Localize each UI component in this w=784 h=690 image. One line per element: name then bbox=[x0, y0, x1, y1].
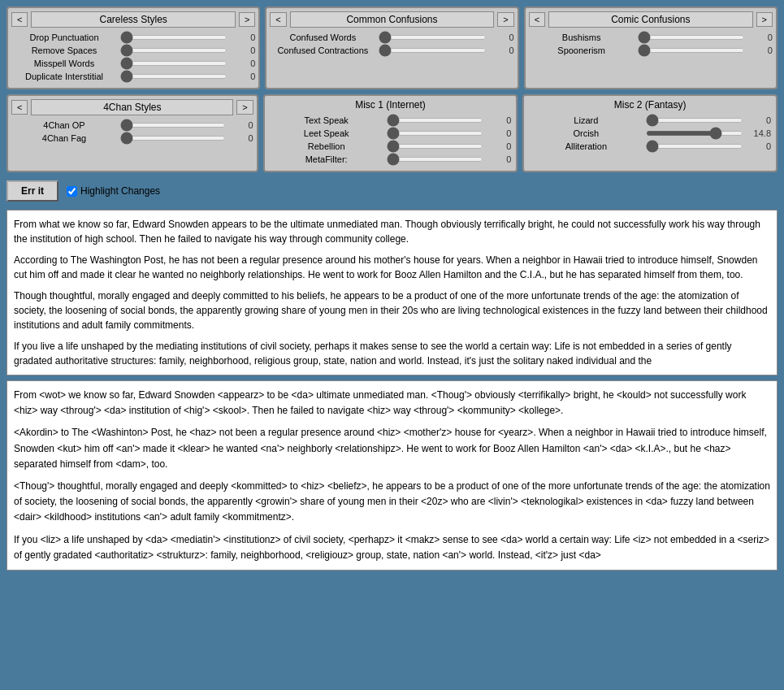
err-it-button[interactable]: Err it bbox=[6, 180, 58, 202]
highlight-changes-label: Highlight Changes bbox=[80, 185, 160, 197]
remove-spaces-slider[interactable] bbox=[120, 48, 227, 53]
result-text-area[interactable]: From <wot> we know so far, Edward Snowde… bbox=[6, 380, 778, 571]
common-confusions-header: < Common Confusions > bbox=[270, 11, 513, 28]
result-p1: From <wot> we know so far, Edward Snowde… bbox=[14, 388, 770, 419]
metafilter-row: MetaFilter: 0 bbox=[270, 154, 512, 164]
4chan-styles-prev-btn[interactable]: < bbox=[11, 100, 28, 115]
4chan-styles-panel: < 4Chan Styles > 4Chan OP 0 4Chan Fag 0 bbox=[6, 94, 258, 172]
metafilter-label: MetaFilter: bbox=[270, 154, 383, 164]
misc2-panel: Misc 2 (Fantasy) Lizard 0 Orcish 14.8 Al… bbox=[522, 94, 778, 172]
bushisms-row: Bushisms 0 bbox=[529, 33, 773, 42]
leet-speak-slider[interactable] bbox=[387, 131, 484, 136]
remove-spaces-value: 0 bbox=[231, 46, 255, 55]
confused-words-label: Confused Words bbox=[270, 33, 375, 42]
original-text-area[interactable]: From what we know so far, Edward Snowden… bbox=[6, 210, 778, 375]
original-p1: From what we know so far, Edward Snowden… bbox=[14, 217, 770, 246]
metafilter-slider[interactable] bbox=[387, 157, 484, 162]
comic-confusions-prev-btn[interactable]: < bbox=[529, 12, 545, 27]
original-p3: Though thoughtful, morally engaged and d… bbox=[14, 289, 770, 332]
spoonerism-slider[interactable] bbox=[638, 48, 745, 53]
comic-confusions-next-btn[interactable]: > bbox=[756, 12, 773, 27]
confused-contractions-value: 0 bbox=[490, 46, 514, 55]
highlight-changes-container: Highlight Changes bbox=[67, 185, 160, 197]
duplicate-interstitial-value: 0 bbox=[231, 72, 255, 81]
result-p3: <Thoug'> thoughtful, morally engaged and… bbox=[14, 479, 770, 526]
4chan-styles-header: < 4Chan Styles > bbox=[11, 99, 253, 115]
remove-spaces-label: Remove Spaces bbox=[11, 46, 117, 55]
common-confusions-title: Common Confusions bbox=[290, 11, 494, 28]
bushisms-label: Bushisms bbox=[529, 33, 635, 42]
leet-speak-value: 0 bbox=[487, 128, 511, 138]
orcish-value: 14.8 bbox=[747, 128, 771, 138]
common-confusions-panel: < Common Confusions > Confused Words 0 C… bbox=[265, 7, 518, 89]
text-speak-label: Text Speak bbox=[270, 115, 383, 125]
4chan-fag-slider[interactable] bbox=[120, 136, 226, 141]
4chan-styles-title: 4Chan Styles bbox=[31, 99, 233, 115]
leet-speak-row: Leet Speak 0 bbox=[270, 128, 512, 138]
4chan-fag-value: 0 bbox=[229, 133, 253, 143]
careless-styles-next-btn[interactable]: > bbox=[239, 12, 255, 27]
careless-styles-header: < Careless Styles > bbox=[11, 11, 255, 28]
misspell-words-row: Misspell Words 0 bbox=[11, 59, 255, 68]
rebellion-value: 0 bbox=[487, 141, 511, 151]
drop-punctuation-row: Drop Punctuation 0 bbox=[11, 33, 255, 42]
careless-styles-title: Careless Styles bbox=[31, 11, 235, 28]
4chan-fag-row: 4Chan Fag 0 bbox=[11, 133, 253, 143]
misspell-words-slider[interactable] bbox=[120, 61, 227, 66]
lizard-row: Lizard 0 bbox=[529, 115, 771, 125]
original-p2: According to The Washington Post, he has… bbox=[14, 253, 770, 282]
confused-words-slider[interactable] bbox=[379, 35, 486, 40]
careless-styles-prev-btn[interactable]: < bbox=[11, 12, 28, 27]
toolbar: Err it Highlight Changes bbox=[6, 177, 778, 205]
4chan-op-slider[interactable] bbox=[120, 123, 226, 128]
common-confusions-next-btn[interactable]: > bbox=[497, 12, 513, 27]
confused-contractions-label: Confused Contractions bbox=[270, 46, 375, 55]
4chan-styles-next-btn[interactable]: > bbox=[236, 100, 253, 115]
remove-spaces-row: Remove Spaces 0 bbox=[11, 46, 255, 55]
alliteration-row: Alliteration 0 bbox=[529, 141, 771, 151]
spoonerism-row: Spoonerism 0 bbox=[529, 46, 773, 55]
confused-contractions-slider[interactable] bbox=[379, 48, 486, 53]
orcish-label: Orcish bbox=[529, 128, 643, 138]
highlight-changes-checkbox[interactable] bbox=[67, 186, 77, 197]
duplicate-interstitial-row: Duplicate Interstitial 0 bbox=[11, 72, 255, 81]
4chan-op-label: 4Chan OP bbox=[11, 120, 117, 130]
misc2-title: Misc 2 (Fantasy) bbox=[529, 99, 771, 111]
confused-contractions-row: Confused Contractions 0 bbox=[270, 46, 513, 55]
text-speak-slider[interactable] bbox=[387, 118, 484, 123]
result-p2: <Akordin> to The <Washinton> Post, he <h… bbox=[14, 425, 770, 472]
lizard-slider[interactable] bbox=[646, 118, 743, 123]
spoonerism-value: 0 bbox=[748, 46, 773, 55]
confused-words-value: 0 bbox=[490, 33, 514, 42]
original-p4: If you live a life unshaped by the media… bbox=[14, 339, 770, 368]
metafilter-value: 0 bbox=[487, 154, 511, 164]
common-confusions-prev-btn[interactable]: < bbox=[270, 12, 286, 27]
misc1-panel: Misc 1 (Internet) Text Speak 0 Leet Spea… bbox=[263, 94, 518, 172]
bushisms-value: 0 bbox=[748, 33, 773, 42]
comic-confusions-title: Comic Confusions bbox=[548, 11, 752, 28]
4chan-fag-label: 4Chan Fag bbox=[11, 133, 117, 143]
alliteration-value: 0 bbox=[747, 141, 771, 151]
bushisms-slider[interactable] bbox=[638, 35, 745, 40]
4chan-op-value: 0 bbox=[229, 120, 253, 130]
drop-punctuation-slider[interactable] bbox=[120, 35, 227, 40]
spoonerism-label: Spoonerism bbox=[529, 46, 635, 55]
drop-punctuation-value: 0 bbox=[231, 33, 255, 42]
duplicate-interstitial-label: Duplicate Interstitial bbox=[11, 72, 117, 81]
leet-speak-label: Leet Speak bbox=[270, 128, 383, 138]
duplicate-interstitial-slider[interactable] bbox=[120, 74, 227, 79]
misc1-title: Misc 1 (Internet) bbox=[270, 99, 512, 111]
misspell-words-label: Misspell Words bbox=[11, 59, 117, 68]
comic-confusions-panel: < Comic Confusions > Bushisms 0 Spooneri… bbox=[524, 7, 778, 89]
rebellion-row: Rebellion 0 bbox=[270, 141, 512, 151]
orcish-slider[interactable] bbox=[646, 131, 743, 136]
rebellion-slider[interactable] bbox=[387, 144, 484, 149]
text-speak-row: Text Speak 0 bbox=[270, 115, 512, 125]
confused-words-row: Confused Words 0 bbox=[270, 33, 513, 42]
4chan-op-row: 4Chan OP 0 bbox=[11, 120, 253, 130]
alliteration-label: Alliteration bbox=[529, 141, 643, 151]
lizard-label: Lizard bbox=[529, 115, 643, 125]
comic-confusions-header: < Comic Confusions > bbox=[529, 11, 773, 28]
orcish-row: Orcish 14.8 bbox=[529, 128, 771, 138]
alliteration-slider[interactable] bbox=[646, 144, 743, 149]
